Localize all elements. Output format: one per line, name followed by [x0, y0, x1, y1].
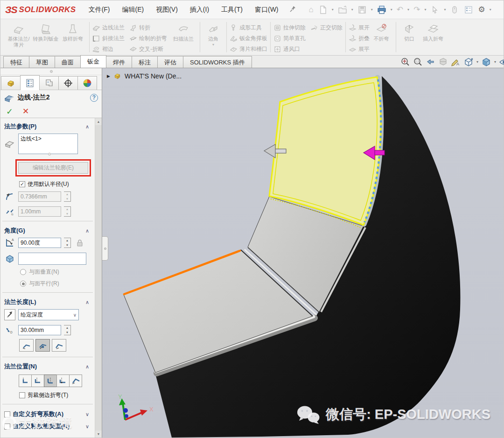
angle-spinner[interactable]: ▲▼	[64, 238, 71, 248]
custom-relief-type-checkbox[interactable]	[4, 424, 10, 430]
sketched-bend-button[interactable]: 绘制的折弯	[129, 34, 167, 43]
flange-length-field[interactable]: 30.00mm	[18, 325, 61, 335]
ok-button[interactable]: ✓	[6, 106, 13, 117]
trim-side-bends-checkbox[interactable]	[19, 392, 25, 398]
listbox-resize-handle[interactable]	[48, 153, 51, 155]
home-button[interactable]: ⌂	[307, 4, 315, 16]
edit-flange-profile-button[interactable]: 编辑法兰轮廓(E)	[18, 162, 88, 174]
open-button[interactable]	[336, 4, 349, 16]
end-condition-dropdown[interactable]: 给定深度 ∨	[18, 309, 79, 320]
tab-sketch[interactable]: 草图	[29, 56, 55, 68]
section-flange-length[interactable]: 法兰长度(L) ∧	[0, 296, 95, 308]
corner-button[interactable]: 边角 ▾	[203, 21, 224, 47]
flatten-button[interactable]: 展平	[349, 44, 370, 54]
tree-expand-icon[interactable]: ▶	[107, 74, 110, 78]
bend-from-virtual-sharp-button[interactable]	[56, 374, 70, 387]
section-flange-position[interactable]: 法兰位置(N) ∧	[0, 360, 95, 372]
tab-display-manager[interactable]	[77, 76, 97, 90]
no-bends-button[interactable]: 不折弯	[370, 21, 393, 42]
panel-splitter-vertical[interactable]	[102, 236, 108, 261]
flange-length-spinner[interactable]: ▲▼	[64, 325, 71, 335]
section-flange-parameters[interactable]: 法兰参数(P) ∧	[0, 120, 95, 132]
zoom-to-fit-button[interactable]	[400, 57, 410, 67]
view-orientation-button[interactable]	[463, 57, 474, 67]
corner-caret[interactable]: ▾	[212, 42, 214, 47]
outer-virtual-sharp-button[interactable]	[19, 339, 34, 352]
tangent-bend-button[interactable]	[52, 339, 66, 352]
redo-caret[interactable]: ▾	[423, 7, 427, 12]
menu-edit[interactable]: 编辑(E)	[116, 2, 150, 18]
settings-button[interactable]: ⚙	[476, 3, 487, 16]
cancel-button[interactable]: ✕	[22, 106, 29, 116]
tab-and-slot-button[interactable]: 薄片和槽口	[230, 44, 267, 54]
tab-property-manager[interactable]	[20, 75, 40, 90]
fold-button[interactable]: 折叠	[349, 34, 370, 43]
use-default-radius-row[interactable]: ✓ 使用默认半径(U)	[0, 178, 95, 190]
graphics-viewport[interactable]: X Y ▶ WHAT'S New (De...	[102, 68, 504, 438]
scroll-down-button[interactable]: ▼	[95, 431, 102, 438]
display-style-caret[interactable]: ▾	[494, 60, 496, 64]
collapse-chevron-icon[interactable]: ∧	[84, 228, 91, 234]
parallel-to-face-row[interactable]: 与面平行(R)	[0, 278, 95, 290]
menu-window[interactable]: 窗口(W)	[249, 2, 285, 18]
unfold-button[interactable]: 展开	[349, 23, 370, 32]
inner-virtual-sharp-button[interactable]	[35, 339, 50, 352]
tree-item-label[interactable]: WHAT'S New (De...	[125, 72, 182, 80]
parallel-radio[interactable]	[20, 281, 26, 287]
settings-caret[interactable]: ▾	[488, 7, 493, 12]
expand-chevron-icon[interactable]: ∨	[84, 411, 91, 417]
mouse-gestures-button[interactable]	[448, 4, 461, 16]
previous-view-button[interactable]	[426, 57, 435, 67]
redo-button[interactable]: ↷	[412, 3, 422, 16]
jog-button[interactable]: 转折	[129, 23, 167, 32]
undo-caret[interactable]: ▾	[406, 7, 411, 12]
menu-view[interactable]: 视图(V)	[150, 2, 184, 18]
gusset-button[interactable]: 钣金角撑板	[230, 34, 267, 43]
rip-button[interactable]: 切口	[399, 21, 420, 42]
material-inside-button[interactable]	[19, 374, 32, 387]
zoom-to-area-button[interactable]	[413, 57, 423, 67]
normal-cut-button[interactable]: 正交切除	[310, 23, 343, 32]
reverse-direction-button[interactable]	[4, 309, 15, 320]
bend-outside-button[interactable]	[44, 374, 57, 387]
base-flange-button[interactable]: 基体法兰/薄片	[5, 21, 32, 48]
print-caret[interactable]: ▾	[389, 7, 394, 12]
face-selection-box[interactable]	[18, 253, 86, 265]
new-document-caret[interactable]: ▾	[330, 7, 335, 12]
tab-solidworks-addins[interactable]: SOLIDWORKS 插件	[183, 56, 252, 68]
lofted-bend-button[interactable]: 放样折弯	[59, 21, 86, 42]
undo-button[interactable]: ↶	[395, 3, 405, 16]
use-default-radius-checkbox[interactable]: ✓	[19, 181, 25, 187]
scrollbar-track[interactable]	[95, 125, 102, 431]
collapse-chevron-icon[interactable]: ∧	[84, 124, 91, 130]
vent-button[interactable]: 通风口	[273, 44, 306, 54]
hide-show-items-button[interactable]	[499, 57, 504, 67]
custom-relief-type-row[interactable]: 自定义释放槽类型(R) ∨	[0, 419, 95, 431]
extruded-cut-button[interactable]: 拉伸切除	[273, 23, 306, 32]
collapse-chevron-icon[interactable]: ∧	[84, 364, 91, 370]
tab-weldments[interactable]: 焊件	[106, 56, 132, 68]
tab-sheetmetal[interactable]: 钣金	[80, 55, 106, 68]
trim-side-bends-row[interactable]: 剪裁侧边折弯(T)	[0, 389, 95, 401]
tangent-to-bend-button[interactable]	[69, 374, 82, 387]
edge-flange-button[interactable]: 边线法兰	[92, 23, 125, 32]
menu-file[interactable]: 文件(F)	[83, 2, 116, 18]
swept-flange-button[interactable]: 扫描法兰	[170, 21, 197, 42]
view-settings-button[interactable]: A	[451, 57, 461, 67]
custom-bend-allowance-checkbox[interactable]	[4, 411, 10, 417]
gap-distance-field[interactable]: 1.00mm	[18, 206, 61, 217]
perpendicular-to-face-row[interactable]: 与面垂直(N)	[0, 266, 95, 278]
material-outside-button[interactable]	[31, 374, 44, 387]
menu-tools[interactable]: 工具(T)	[215, 2, 249, 18]
tab-configuration-manager[interactable]	[39, 76, 59, 90]
new-document-button[interactable]	[316, 4, 329, 16]
select-caret[interactable]: ▾	[442, 7, 447, 12]
perpendicular-radio[interactable]	[20, 269, 26, 275]
panel-scrollbar[interactable]: ▲ ▼	[95, 118, 102, 438]
print-button[interactable]	[375, 4, 388, 16]
display-style-button[interactable]	[481, 57, 491, 67]
forming-tool-button[interactable]: 成形工具	[230, 23, 267, 32]
select-button[interactable]	[428, 4, 441, 16]
save-caret[interactable]: ▾	[370, 7, 374, 12]
insert-bends-button[interactable]: 插入折弯	[420, 21, 447, 42]
